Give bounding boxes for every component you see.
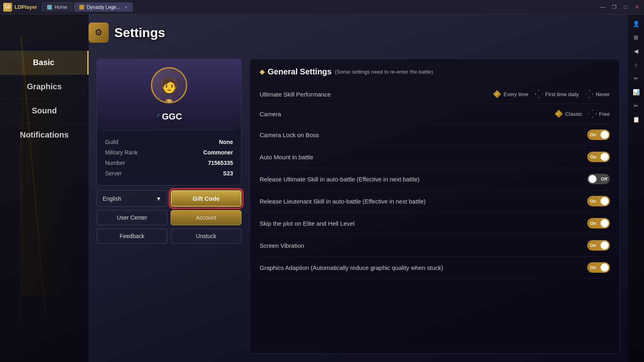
skip-plot-knob: [601, 219, 609, 227]
classic-check: ✓: [555, 110, 563, 118]
settings-header: ⚙ Settings: [89, 23, 165, 43]
account-label: Account: [196, 214, 217, 221]
skip-plot-label: Skip the plot on Elite and Hell Level: [260, 220, 587, 227]
camera-lock-toggle-label: On: [590, 132, 596, 137]
rt-cut-icon[interactable]: ✂: [630, 72, 642, 84]
sidebar-item-notifications[interactable]: Notifications: [0, 123, 89, 147]
unstuck-button[interactable]: Unstuck: [171, 228, 242, 244]
language-select[interactable]: English ▼: [97, 190, 167, 207]
language-arrow-icon: ▼: [156, 195, 161, 202]
user-center-label: User Center: [117, 214, 147, 221]
sidebar-notifications-label: Notifications: [20, 130, 68, 139]
screen-vibration-row: Screen Vibration On: [260, 234, 610, 257]
graphics-adaption-label: Graphics Adaption (Automatically reduce …: [260, 264, 587, 271]
release-ultimate-label: Release Ultimate Skill in auto-battle (E…: [260, 176, 587, 183]
rt-resize-icon[interactable]: ↕: [630, 59, 642, 71]
option-every-time[interactable]: ✓ Every time: [493, 90, 528, 98]
option-never[interactable]: Never: [585, 90, 610, 98]
never-check: [585, 90, 593, 98]
rt-back-icon[interactable]: ◀: [630, 45, 642, 57]
every-time-check: ✓: [493, 90, 501, 98]
auto-mount-row: Auto Mount in battle On: [260, 146, 610, 168]
logo-icon: LD: [3, 3, 12, 12]
avatar: 🧑 3: [151, 67, 187, 103]
skip-plot-row: Skip the plot on Elite and Hell Level On: [260, 212, 610, 234]
rt-clipboard-icon[interactable]: 📋: [630, 113, 642, 125]
camera-lock-row: Camera Lock on Boss On: [260, 124, 610, 146]
rt-grid-icon[interactable]: ⊞: [630, 31, 642, 43]
never-label: Never: [596, 91, 610, 97]
game-tab[interactable]: Dynasty Lege... ✕: [74, 2, 132, 12]
sidebar-item-graphics[interactable]: Graphics: [0, 75, 89, 99]
release-ultimate-toggle[interactable]: Off: [587, 174, 610, 184]
player-name: GGC: [162, 111, 182, 122]
option-first-time-daily[interactable]: First time daily: [535, 90, 579, 98]
game-tab-label: Dynasty Lege...: [87, 4, 120, 10]
settings-title: Settings: [114, 25, 165, 40]
home-tab[interactable]: Home: [42, 2, 72, 12]
option-free[interactable]: Free: [588, 110, 610, 118]
camera-row: Camera ✓ Classic Free: [260, 104, 610, 124]
minimize-button[interactable]: —: [599, 3, 607, 11]
gift-code-button[interactable]: Gift Code: [171, 190, 242, 207]
release-lieutenant-toggle[interactable]: On: [587, 196, 610, 206]
camera-options: ✓ Classic Free: [555, 110, 610, 118]
release-lieutenant-row: Release Lieutenant Skill in auto-battle …: [260, 190, 610, 212]
release-ultimate-row: Release Ultimate Skill in auto-battle (E…: [260, 168, 610, 190]
camera-lock-knob: [601, 131, 609, 139]
feedback-button[interactable]: Feedback: [97, 228, 167, 244]
every-time-label: Every time: [504, 91, 528, 97]
skip-plot-toggle-label: On: [590, 221, 596, 226]
tab-bar: Home Dynasty Lege... ✕: [42, 2, 599, 12]
sidebar-sound-label: Sound: [32, 106, 57, 115]
screen-vibration-toggle[interactable]: On: [587, 240, 610, 251]
ultimate-skill-row: Ultimate Skill Performance ✓ Every time …: [260, 84, 610, 104]
panel-subtitle: (Some settings need to re-enter the batt…: [335, 69, 433, 75]
rt-scissors-icon[interactable]: ✂: [630, 100, 642, 112]
camera-lock-toggle[interactable]: On: [587, 130, 610, 140]
auto-mount-toggle[interactable]: On: [587, 152, 610, 162]
release-lieutenant-knob: [601, 197, 609, 205]
release-ultimate-knob: [588, 175, 597, 183]
guild-value: None: [219, 139, 233, 145]
sidebar-item-basic[interactable]: Basic: [0, 51, 89, 75]
rt-chart-icon[interactable]: 📊: [630, 86, 642, 98]
sidebar-item-sound[interactable]: Sound: [0, 99, 89, 123]
camera-lock-label: Camera Lock on Boss: [260, 132, 587, 138]
camera-label: Camera: [260, 111, 555, 117]
panel-title: ◆ General Settings (Some settings need t…: [260, 67, 610, 76]
release-lieutenant-label: Release Lieutenant Skill in auto-battle …: [260, 198, 587, 205]
home-tab-icon: [47, 5, 52, 10]
avatar-level: 3: [165, 99, 173, 103]
skip-plot-toggle[interactable]: On: [587, 218, 610, 228]
home-tab-label: Home: [54, 4, 67, 10]
maximize-button[interactable]: □: [621, 3, 630, 11]
screen-vibration-knob: [601, 241, 609, 249]
app-name: LDPlayer: [14, 4, 37, 10]
graphics-adaption-toggle-label: On: [590, 265, 596, 270]
close-button[interactable]: ✕: [633, 3, 641, 11]
language-label: English: [103, 195, 121, 202]
server-label: Server: [105, 170, 122, 177]
main-area: ⚙ Settings Basic Graphics Sound Notifica…: [0, 14, 644, 362]
user-center-button[interactable]: User Center: [97, 210, 167, 225]
rt-user-icon[interactable]: 👤: [630, 18, 642, 30]
tab-close-button[interactable]: ✕: [124, 5, 128, 10]
restore-button[interactable]: ❐: [610, 3, 618, 11]
account-button[interactable]: Account: [171, 210, 242, 225]
title-diamond-icon: ◆: [260, 68, 264, 76]
auto-mount-knob: [601, 153, 609, 161]
graphics-adaption-knob: [601, 263, 609, 272]
general-settings-panel: ◆ General Settings (Some settings need t…: [250, 59, 620, 354]
title-bar: LD LDPlayer Home Dynasty Lege... ✕ — ❐ □…: [0, 0, 644, 14]
server-value: S23: [223, 170, 233, 177]
option-classic[interactable]: ✓ Classic: [555, 110, 582, 118]
profile-panel: 🧑 3 ♂ GGC Guild None Military Rank: [97, 59, 242, 354]
game-tab-icon: [79, 5, 84, 10]
action-buttons: English ▼ Gift Code User Center Account …: [97, 190, 242, 244]
release-lieutenant-toggle-label: On: [590, 199, 596, 204]
graphics-adaption-toggle[interactable]: On: [587, 262, 610, 273]
gift-code-label: Gift Code: [192, 195, 220, 202]
right-toolbar: 👤 ⊞ ◀ ↕ ✂ 📊 ✂ 📋: [628, 14, 644, 362]
number-value: 71565335: [208, 160, 233, 166]
